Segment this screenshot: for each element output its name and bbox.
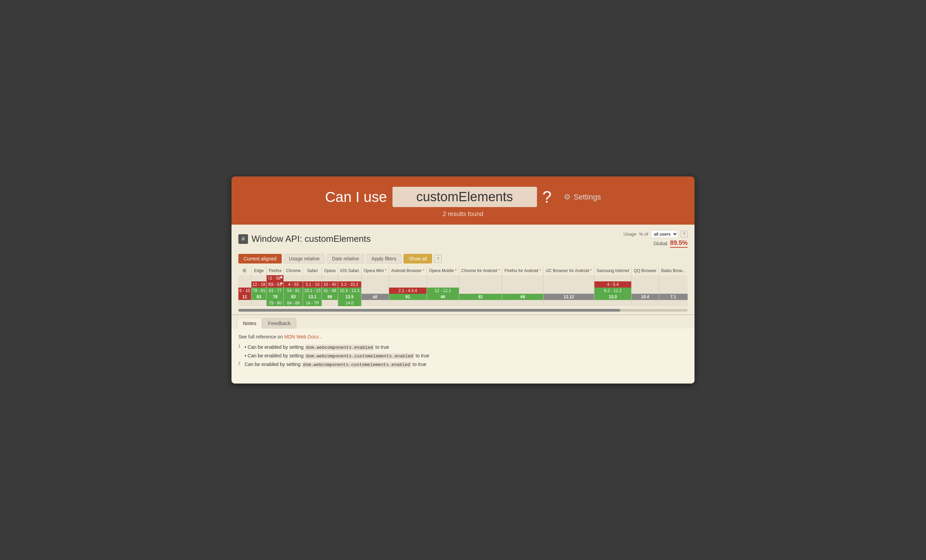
- td-qq-5: [631, 300, 659, 306]
- header-row: Can I use ? ⚙ Settings: [245, 187, 681, 207]
- current-aligned-button[interactable]: Current aligned: [238, 254, 282, 263]
- td-baidu-curr: 7.1: [659, 294, 688, 300]
- note-sup-1: 1: [268, 276, 269, 280]
- filter-help-icon[interactable]: ?: [434, 255, 442, 262]
- scroll-thumb[interactable]: [238, 309, 620, 312]
- td-qq-1: [631, 275, 659, 282]
- feature-section: # Window API: customElements Usage % of …: [232, 225, 694, 315]
- feature-header: # Window API: customElements Usage % of …: [237, 230, 689, 248]
- usage-relative-button[interactable]: Usage relative: [284, 254, 325, 263]
- td-chromeand-curr: 81: [459, 294, 502, 300]
- td-chrome-2: 4 - 53: [284, 282, 303, 288]
- td-edge-3: 79 - 81: [251, 288, 266, 294]
- usage-help-button[interactable]: ?: [681, 231, 688, 238]
- tab-feedback[interactable]: Feedback: [262, 318, 297, 328]
- date-relative-button[interactable]: Date relative: [327, 254, 364, 263]
- td-firefoxand-3: [502, 288, 543, 294]
- header-section: Can I use ? ⚙ Settings 2 results found: [232, 177, 694, 225]
- td-qq-2: [631, 282, 659, 288]
- td-firefox-1: 1 2 - 58: [266, 275, 284, 282]
- td-uc-curr: 12.12: [543, 294, 595, 300]
- table-row: 1 2 - 58: [238, 275, 688, 282]
- usage-area: Usage % of all users ? Global 89.5%: [623, 230, 688, 248]
- table-row-current: 11 83 78 83 13.1 69 13.5 all 81 46 81 68: [238, 294, 688, 300]
- td-android-5: [389, 300, 427, 306]
- td-firefox-curr: 78: [266, 294, 284, 300]
- td-uc-1: [543, 275, 595, 282]
- td-chrome-3: 54 - 81: [284, 288, 303, 294]
- global-label: Global: [653, 241, 667, 246]
- usage-controls: Usage % of all users ?: [623, 230, 688, 238]
- td-ie-1: [238, 275, 251, 282]
- th-opera: Opera: [322, 267, 338, 275]
- th-ios-safari: iOS Safari: [338, 267, 361, 275]
- td-qq-3: [631, 288, 659, 294]
- usage-select[interactable]: all users: [651, 230, 678, 238]
- td-samsung-5: [594, 300, 631, 306]
- td-ie-curr: 11: [238, 294, 251, 300]
- note-sup-2: 2: [268, 282, 269, 286]
- td-safari-2: 3.1 - 10: [303, 282, 322, 288]
- table-row: 12 - 18 2 59 - 62 4 - 53 3.1 - 10 10 - 4…: [238, 282, 688, 288]
- td-ios-5: 14.0: [338, 300, 361, 306]
- feature-title-area: # Window API: customElements: [238, 233, 371, 244]
- usage-label: Usage: [623, 232, 636, 237]
- td-uc-5: [543, 300, 595, 306]
- apply-filters-button[interactable]: Apply filters: [366, 254, 401, 263]
- td-ios-2: 3.2 - 10.2: [338, 282, 361, 288]
- th-firefox-android: Firefox for Android *: [502, 267, 543, 275]
- td-edge-2: 12 - 18: [251, 282, 266, 288]
- note2-code: dom.webcomponents.customelements.enabled: [305, 353, 414, 359]
- percent-of-label: % of: [639, 232, 648, 237]
- td-baidu-1: [659, 275, 688, 282]
- show-all-button[interactable]: Show all: [404, 254, 432, 263]
- td-ie-5: [238, 300, 251, 306]
- notes-content: See full reference on MDN Web Docs . 1 •…: [232, 328, 694, 383]
- question-mark: ?: [542, 188, 552, 206]
- td-ios-1: [338, 275, 361, 282]
- note-sup-3: 2: [238, 362, 242, 365]
- results-found: 2 results found: [443, 210, 483, 218]
- note3-code: dom.webcomponents.customelements.enabled: [302, 362, 412, 368]
- th-safari: Safari: [303, 267, 322, 275]
- notes-reference: See full reference on MDN Web Docs .: [238, 334, 688, 339]
- th-edge: Edge: [251, 267, 266, 275]
- notes-item-1: 1 • Can be enabled by setting dom.webcom…: [238, 344, 688, 350]
- global-value: 89.5%: [670, 239, 688, 248]
- mdn-link[interactable]: MDN Web Docs: [284, 334, 319, 339]
- th-ie: IE: [238, 267, 251, 275]
- note-sup-1: 1: [238, 344, 242, 348]
- td-opera-3: 41 - 68: [322, 288, 338, 294]
- th-firefox: Firefox: [266, 267, 284, 275]
- browser-table: IE Edge Firefox Chrome Safari Opera iOS …: [238, 267, 688, 306]
- main-content: # Window API: customElements Usage % of …: [232, 225, 694, 383]
- th-chrome-android: Chrome for Android *: [459, 267, 502, 275]
- td-samsung-2: 4 - 5.4: [594, 282, 631, 288]
- td-samsung-1: [594, 275, 631, 282]
- td-safari-1: [303, 275, 322, 282]
- scroll-bar-area: [237, 306, 689, 315]
- td-operamob-1: [427, 275, 459, 282]
- global-usage: Global 89.5%: [653, 239, 688, 248]
- settings-label[interactable]: Settings: [573, 193, 601, 201]
- td-safari-5: 14 - TP: [303, 300, 322, 306]
- td-chrome-curr: 83: [284, 294, 303, 300]
- td-operamob-3: 12 - 12.1: [427, 288, 459, 294]
- th-chrome: Chrome: [284, 267, 303, 275]
- notes-item-3: 2 Can be enabled by setting dom.webcompo…: [238, 362, 688, 367]
- td-firefoxand-5: [502, 300, 543, 306]
- td-ie-3: 6 - 10: [238, 288, 251, 294]
- td-baidu-2: [659, 282, 688, 288]
- notes-section: Notes Feedback See full reference on MDN…: [232, 315, 694, 383]
- td-android-3: 2.1 - 4.4.4: [389, 288, 427, 294]
- search-input[interactable]: [392, 187, 537, 207]
- tab-notes[interactable]: Notes: [237, 318, 262, 328]
- can-i-use-text: Can I use: [325, 189, 387, 205]
- td-mini-5: [361, 300, 389, 306]
- gear-icon[interactable]: ⚙: [564, 193, 570, 201]
- td-operamob-2: [427, 282, 459, 288]
- th-samsung: Samsung Internet: [594, 267, 631, 275]
- td-mini-curr: all: [361, 294, 389, 300]
- td-samsung-3: 6.2 - 11.2: [594, 288, 631, 294]
- td-chromeand-3: [459, 288, 502, 294]
